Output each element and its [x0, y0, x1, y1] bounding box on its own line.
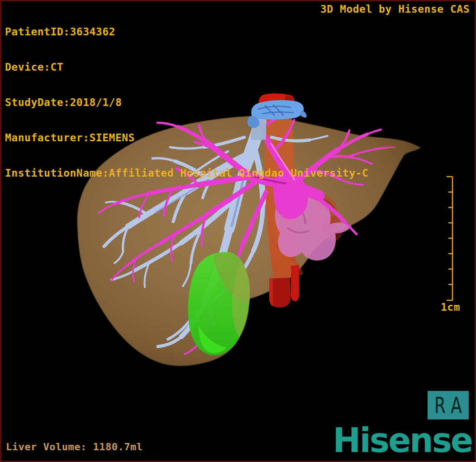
institution-name: InstitutionName:Affiliated Hospital Qing… — [5, 167, 368, 179]
model-title: 3D Model by Hisense CAS — [320, 3, 470, 15]
orientation-marker-text: R A — [434, 394, 462, 417]
hisense-logo: Hisense — [333, 424, 472, 457]
3d-viewport[interactable]: PatientID:3634362 Device:CT StudyDate:20… — [1, 1, 475, 461]
liver-volume-readout: Liver Volume: 1180.7ml — [6, 441, 143, 452]
manufacturer: Manufacturer:SIEMENS — [5, 132, 368, 144]
orientation-marker: R A — [428, 391, 469, 419]
scale-bar — [447, 177, 452, 300]
patient-id: PatientID:3634362 — [5, 26, 368, 38]
study-date: StudyDate:2018/1/8 — [5, 96, 368, 108]
device: Device:CT — [5, 61, 368, 73]
gallbladder-model — [188, 252, 250, 355]
patient-info-block: PatientID:3634362 Device:CT StudyDate:20… — [5, 2, 368, 202]
scale-bar-label: 1cm — [441, 301, 460, 313]
